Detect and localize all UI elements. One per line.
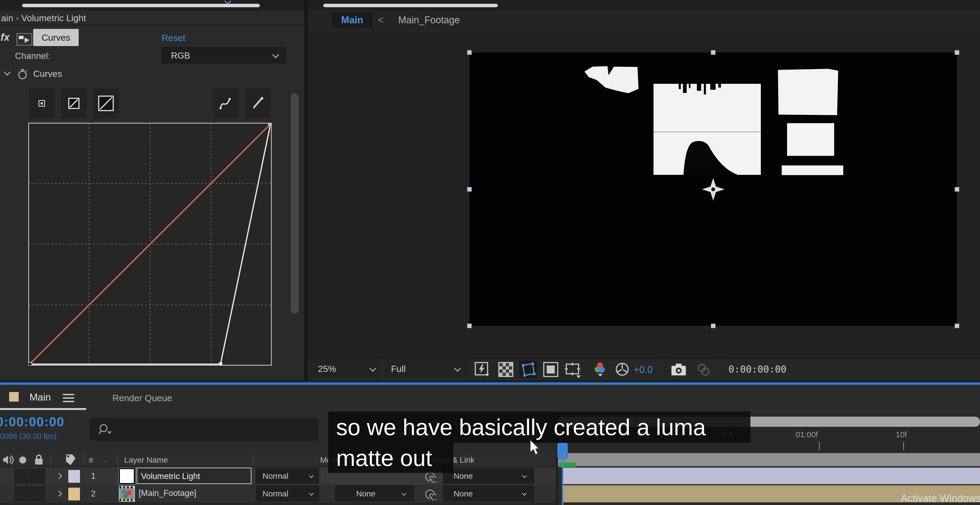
- chevron-down-icon: [309, 473, 315, 480]
- chevron-down-icon: [272, 52, 279, 59]
- selection-handle[interactable]: [467, 50, 472, 55]
- auto-curve-icon[interactable]: [213, 88, 238, 118]
- resolution-select[interactable]: Full: [383, 360, 468, 378]
- work-area-bar[interactable]: [558, 453, 980, 467]
- chevron-down-icon: [401, 491, 408, 498]
- channel-select[interactable]: RGB: [162, 47, 286, 63]
- ruler-label: 01:00f: [795, 430, 818, 439]
- caption-line-1: so we have basically created a luma: [328, 411, 750, 443]
- ruler-tick: [819, 442, 820, 450]
- active-tab-underline: [0, 408, 86, 410]
- layer-color-swatch[interactable]: [68, 487, 80, 501]
- channel-label: Channel:: [15, 51, 50, 61]
- table-row: 1 Volumetric Light Normal None: [0, 467, 556, 485]
- mouse-cursor: [529, 439, 543, 457]
- panel-scrollbar-vertical[interactable]: [291, 93, 299, 314]
- chevron-down-icon: [309, 491, 315, 498]
- channel-value: RGB: [171, 51, 190, 61]
- video-toggle[interactable]: [14, 468, 29, 484]
- parent-select[interactable]: None: [443, 468, 534, 484]
- timeline-tab-main[interactable]: Main: [29, 392, 51, 403]
- activate-windows-subtext: Go to Settings to activate Windows: [901, 503, 980, 505]
- search-input[interactable]: [90, 418, 318, 441]
- selection-handle[interactable]: [955, 187, 959, 192]
- expand-chevron-icon[interactable]: [56, 472, 63, 479]
- back-chevron[interactable]: <: [378, 14, 384, 26]
- row-gap: [0, 502, 556, 505]
- column-divider: [83, 455, 84, 465]
- channel-settings-icon[interactable]: [592, 361, 608, 378]
- divider: [0, 25, 304, 25]
- layer-number: 2: [91, 489, 95, 499]
- layer-name-field[interactable]: Volumetric Light: [137, 467, 251, 484]
- grid-guides-icon[interactable]: [565, 362, 582, 379]
- render-progress-bar: [559, 463, 576, 467]
- tab-render-queue[interactable]: Render Queue: [112, 393, 172, 403]
- expand-chevron-icon[interactable]: [56, 490, 63, 497]
- selection-handle[interactable]: [467, 187, 472, 192]
- current-time-display[interactable]: 0:00:00:00: [0, 414, 65, 429]
- toolbar-separator: [664, 359, 664, 379]
- chevron-down-icon: [522, 473, 528, 480]
- chevron-down-icon: [454, 365, 461, 372]
- fast-previews-icon[interactable]: [474, 362, 490, 378]
- ruler-label: 10f: [896, 430, 907, 439]
- blend-mode-select[interactable]: Normal: [256, 468, 319, 484]
- curve-editor[interactable]: [28, 123, 272, 366]
- selection-handle[interactable]: [955, 50, 959, 55]
- curve-size-small-button[interactable]: [29, 88, 55, 118]
- track-matte-value: None: [356, 489, 375, 498]
- video-toggle[interactable]: [14, 486, 29, 501]
- viewer-timecode[interactable]: 0:00:00:00: [729, 363, 786, 374]
- collapse-chevron-icon[interactable]: [4, 69, 11, 76]
- panel-menu-icon[interactable]: [63, 394, 74, 404]
- tab-main[interactable]: Main: [331, 12, 373, 29]
- exposure-value[interactable]: +0.0: [634, 364, 653, 375]
- selection-handle[interactable]: [711, 323, 716, 328]
- column-number: #: [89, 456, 93, 465]
- parent-value: None: [453, 472, 473, 481]
- mask-visibility-icon[interactable]: [519, 360, 537, 378]
- show-snapshot-icon[interactable]: [696, 362, 711, 377]
- stopwatch-icon[interactable]: [17, 68, 29, 80]
- layer-color-swatch[interactable]: [68, 470, 80, 483]
- timeline-panel: Main Render Queue 0:00:00:00 0086 (30.00…: [0, 385, 980, 505]
- curve-size-medium-button[interactable]: [61, 88, 87, 118]
- effect-name-button[interactable]: Curves: [33, 29, 79, 46]
- track-matte-select[interactable]: None: [335, 486, 414, 501]
- panel-scrollbar-horizontal[interactable]: [323, 4, 498, 7]
- selection-handle[interactable]: [955, 323, 959, 328]
- magnification-value: 25%: [318, 363, 336, 374]
- pencil-tool-icon[interactable]: [245, 88, 271, 118]
- layer-name[interactable]: [Main_Footage]: [138, 488, 196, 498]
- after-effects-window: ain - Volumetric Light fx Curves Reset C…: [0, 0, 980, 505]
- divider: [0, 380, 980, 382]
- transparency-grid-icon[interactable]: [498, 362, 513, 377]
- blend-mode-value: Normal: [262, 472, 288, 481]
- playhead-handle[interactable]: [557, 442, 568, 459]
- region-of-interest-icon[interactable]: [543, 362, 558, 377]
- pickwhip-icon[interactable]: [424, 488, 436, 500]
- resolution-value: Full: [391, 363, 406, 374]
- curve-size-large-button[interactable]: [93, 88, 119, 118]
- blend-mode-value: Normal: [262, 489, 288, 498]
- tab-main-footage[interactable]: Main_Footage: [398, 14, 460, 26]
- blend-mode-select[interactable]: Normal: [256, 486, 319, 501]
- caption-line-2: matte out: [328, 443, 453, 473]
- audio-toggle[interactable]: [30, 486, 45, 501]
- layer-duration-bar[interactable]: [563, 467, 980, 484]
- selection-handle[interactable]: [711, 50, 716, 55]
- audio-toggle[interactable]: [30, 468, 45, 484]
- parent-select[interactable]: None: [443, 486, 534, 501]
- comp-canvas[interactable]: [469, 53, 957, 326]
- snapshot-camera-icon[interactable]: [670, 362, 687, 378]
- selection-handle[interactable]: [467, 323, 472, 328]
- matte-shape: [782, 166, 843, 175]
- active-panel-border: [0, 382, 980, 385]
- panel-divider[interactable]: [304, 0, 308, 382]
- magnification-select[interactable]: 25%: [310, 360, 380, 378]
- layer-number: 1: [91, 471, 95, 481]
- reset-exposure-icon[interactable]: [614, 362, 630, 377]
- ruler-tick: [903, 442, 904, 450]
- reset-button[interactable]: Reset: [162, 33, 185, 43]
